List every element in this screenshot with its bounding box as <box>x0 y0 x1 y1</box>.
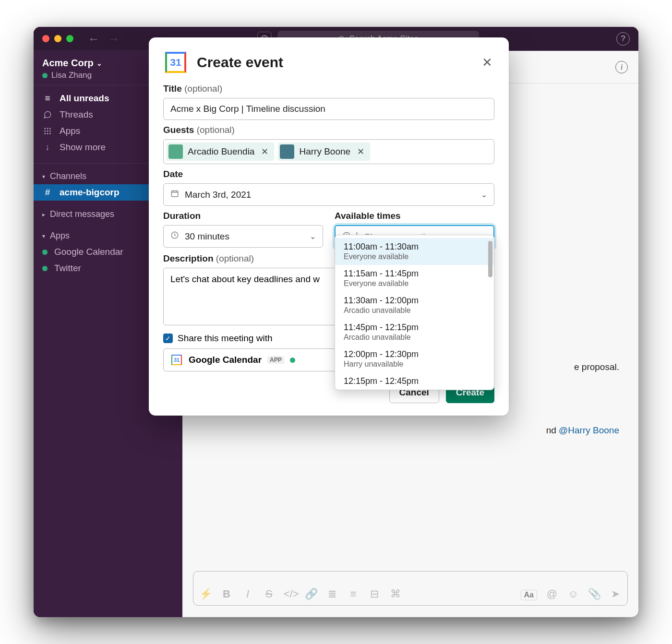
forward-arrow-icon[interactable]: → <box>108 32 120 46</box>
svg-point-4 <box>49 128 51 129</box>
time-option[interactable]: 11:00am - 11:30am Everyone available <box>335 238 494 265</box>
window-controls <box>42 35 73 42</box>
scrollbar[interactable] <box>488 241 492 277</box>
sidebar-section-label: Direct messages <box>50 209 114 219</box>
date-select[interactable]: March 3rd, 2021 ⌄ <box>163 183 494 206</box>
time-option[interactable]: 11:30am - 12:00pm Arcadio unavailable <box>335 292 494 319</box>
channel-name: acme-bigcorp <box>60 187 120 198</box>
help-icon[interactable]: ? <box>616 32 630 46</box>
duration-select[interactable]: 30 minutes ⌄ <box>163 225 323 248</box>
optional-hint: (optional) <box>184 83 222 94</box>
chevron-down-icon: ⌄ <box>96 60 102 67</box>
guest-chip: Arcadio Buendia ✕ <box>167 143 274 161</box>
time-availability: Arcadio unavailable <box>344 306 485 315</box>
share-label: Share this meeting with <box>178 333 273 344</box>
user-name: Lisa Zhang <box>51 71 92 80</box>
description-value: Let's chat about key deadlines and w <box>170 274 320 284</box>
svg-point-7 <box>49 131 51 132</box>
workspace-name: Acme Corp <box>42 58 94 69</box>
back-arrow-icon[interactable]: ← <box>88 32 99 46</box>
google-calendar-icon: 31 <box>163 50 188 75</box>
date-label: Date <box>163 169 183 179</box>
svg-point-10 <box>49 133 51 134</box>
create-event-modal: 31 Create event ✕ Title (optional) Acme … <box>149 37 509 416</box>
svg-point-3 <box>47 128 48 129</box>
hash-icon: # <box>42 187 53 198</box>
sidebar-section-label: Channels <box>50 171 86 181</box>
caret-right-icon: ▸ <box>42 211 45 218</box>
svg-point-8 <box>44 133 46 134</box>
date-value: March 3rd, 2021 <box>185 190 251 200</box>
nav-arrows: ← → <box>88 32 120 46</box>
time-option[interactable]: 11:45pm - 12:15pm Arcadio unavailable <box>335 319 494 346</box>
minimize-window-icon[interactable] <box>54 35 61 42</box>
time-range: 11:30am - 12:00pm <box>344 296 485 306</box>
caret-down-icon: ▾ <box>42 233 45 239</box>
presence-dot-icon <box>290 358 295 363</box>
app-name: Google Calendar <box>54 247 123 257</box>
arrow-down-icon: ↓ <box>42 142 53 153</box>
svg-point-5 <box>44 131 46 132</box>
time-option[interactable]: 11:15am - 11:45pm Everyone available <box>335 265 494 292</box>
avatar <box>280 144 294 159</box>
close-window-icon[interactable] <box>42 35 49 42</box>
svg-rect-11 <box>171 191 178 197</box>
sidebar-item-label: Show more <box>60 142 106 153</box>
time-availability: Everyone available <box>344 279 485 288</box>
share-target-name: Google Calendar <box>189 355 262 365</box>
presence-dot-icon <box>42 266 48 271</box>
guests-input[interactable]: Arcadio Buendia ✕ Harry Boone ✕ <box>163 139 494 164</box>
svg-point-6 <box>47 131 48 132</box>
sidebar-item-label: Apps <box>60 126 80 136</box>
guests-label: Guests <box>163 125 194 135</box>
app-name: Twitter <box>54 263 81 274</box>
chevron-down-icon: ⌄ <box>481 190 487 199</box>
threads-icon <box>42 110 53 119</box>
caret-down-icon: ▾ <box>42 173 45 180</box>
time-availability: Arcadio unavailable <box>344 333 485 342</box>
google-calendar-icon: 31 <box>170 354 183 366</box>
title-input[interactable]: Acme x Big Corp | Timeline discussion <box>163 98 494 120</box>
svg-point-2 <box>44 128 46 129</box>
available-times-label: Available times <box>335 211 401 221</box>
remove-guest-icon[interactable]: ✕ <box>259 146 270 157</box>
sidebar-item-label: All unreads <box>60 93 109 104</box>
modal-title: Create event <box>197 54 283 71</box>
guest-name: Harry Boone <box>299 146 350 157</box>
duration-value: 30 minutes <box>185 231 229 242</box>
app-badge: APP <box>267 356 284 364</box>
sidebar-section-label: Apps <box>50 231 70 241</box>
time-option[interactable]: 12:15pm - 12:45pm <box>335 372 494 388</box>
app-window: ← → Search Acme Sites ? Acme Corp ⌄ <box>34 27 638 617</box>
time-range: 11:45pm - 12:15pm <box>344 322 485 333</box>
clock-icon <box>170 231 179 242</box>
avatar <box>168 144 183 159</box>
presence-dot-icon <box>42 250 48 255</box>
time-availability: Everyone available <box>344 252 485 261</box>
title-label: Title <box>163 83 182 94</box>
chevron-down-icon: ⌄ <box>310 232 316 241</box>
available-times-dropdown: 11:00am - 11:30am Everyone available 11:… <box>335 235 494 390</box>
title-value: Acme x Big Corp | Timeline discussion <box>170 104 325 114</box>
close-icon[interactable]: ✕ <box>480 53 494 72</box>
duration-label: Duration <box>163 211 201 221</box>
time-range: 12:00pm - 12:30pm <box>344 349 485 359</box>
time-range: 12:15pm - 12:45pm <box>344 376 485 386</box>
share-checkbox[interactable]: ✓ <box>163 334 173 343</box>
time-availability: Harry unavailable <box>344 360 485 369</box>
presence-dot-icon <box>42 73 48 78</box>
sidebar-item-label: Threads <box>60 109 93 120</box>
svg-point-9 <box>47 133 48 134</box>
guest-name: Arcadio Buendia <box>188 146 254 157</box>
time-range: 11:00am - 11:30am <box>344 242 485 252</box>
grid-icon <box>42 127 53 135</box>
time-range: 11:15am - 11:45pm <box>344 269 485 279</box>
list-icon: ≡ <box>42 93 53 104</box>
remove-guest-icon[interactable]: ✕ <box>355 146 366 157</box>
calendar-icon <box>170 189 179 200</box>
maximize-window-icon[interactable] <box>66 35 73 42</box>
optional-hint: (optional) <box>197 125 235 135</box>
description-label: Description <box>163 253 214 263</box>
optional-hint: (optional) <box>216 253 254 263</box>
time-option[interactable]: 12:00pm - 12:30pm Harry unavailable <box>335 346 494 372</box>
